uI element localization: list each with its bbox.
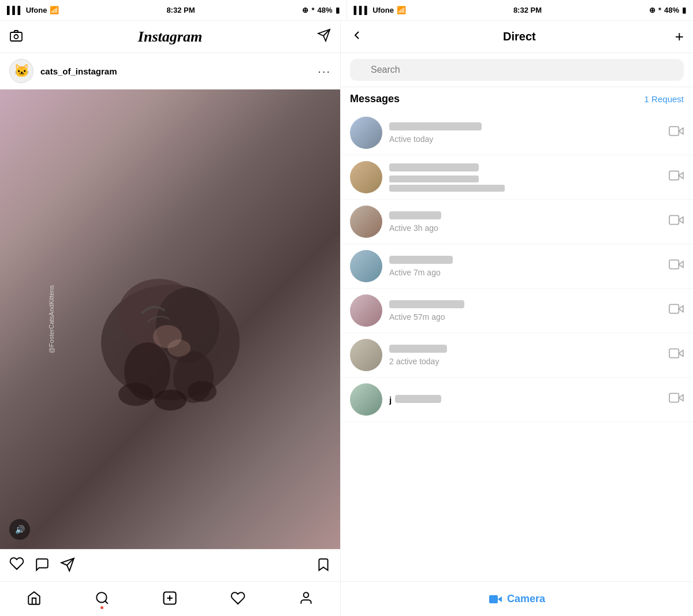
message-avatar-4	[350, 250, 382, 282]
message-avatar-7	[350, 383, 382, 416]
svg-point-13	[167, 339, 191, 357]
svg-line-17	[105, 601, 108, 604]
bt-icon-r: *	[658, 6, 661, 14]
message-avatar-5	[350, 294, 382, 327]
message-item[interactable]: Active 57m ago	[341, 289, 693, 333]
message-list: Active today	[341, 111, 693, 581]
message-name-3	[389, 211, 441, 219]
message-avatar-2	[350, 161, 382, 193]
nav-dot	[100, 606, 103, 609]
new-message-button[interactable]: +	[675, 28, 684, 46]
message-name-5	[389, 300, 464, 308]
message-name-prefix-7: j	[389, 395, 392, 405]
svg-point-10	[154, 390, 187, 410]
message-item[interactable]: Active 3h ago	[341, 200, 693, 244]
camera-header-icon[interactable]	[9, 28, 23, 46]
camera-icon-2[interactable]	[669, 168, 684, 186]
request-link[interactable]: 1 Request	[644, 94, 684, 104]
camera-icon-3[interactable]	[669, 212, 684, 231]
message-item[interactable]: j	[341, 378, 693, 422]
status-bar-left: ▌▌▌ Ufone 📶 8:32 PM ⊕ * 48% ▮	[0, 0, 346, 20]
search-bar-container	[341, 53, 693, 87]
svg-rect-0	[10, 32, 22, 41]
share-button[interactable]	[60, 557, 75, 574]
location-icon: ⊕	[302, 6, 308, 14]
carrier-right: ▌▌▌ Ufone 📶	[354, 6, 406, 14]
svg-rect-28	[669, 304, 679, 313]
message-avatar-3	[350, 206, 382, 238]
profile-bar[interactable]: 🐱 cats_of_instagram ···	[0, 53, 340, 89]
message-item[interactable]	[341, 155, 693, 200]
post-image: @FosterCatsAndKittens 🔊	[0, 89, 340, 549]
location-icon-r: ⊕	[649, 6, 655, 14]
message-item[interactable]: Active 7m ago	[341, 244, 693, 289]
camera-label: Camera	[507, 593, 545, 605]
svg-rect-29	[669, 349, 679, 357]
message-name-1	[389, 122, 482, 130]
post-image-content: @FosterCatsAndKittens 🔊	[0, 89, 340, 549]
svg-rect-27	[669, 260, 679, 268]
message-name-7	[395, 395, 441, 403]
message-avatar-6	[350, 339, 382, 371]
search-input[interactable]	[350, 59, 684, 81]
message-info-2	[389, 163, 662, 192]
message-status-6: 2 active today	[389, 357, 662, 366]
message-info-4: Active 7m ago	[389, 256, 662, 277]
direct-title: Direct	[373, 30, 666, 43]
nav-home[interactable]	[0, 582, 68, 614]
battery-left: ⊕ * 48% ▮	[302, 6, 339, 14]
message-name-2	[389, 163, 479, 171]
camera-icon-1[interactable]	[669, 124, 684, 142]
more-options-icon[interactable]: ···	[318, 65, 331, 78]
ig-header: Instagram	[0, 21, 340, 53]
bottom-nav	[0, 581, 340, 616]
message-item[interactable]: Active today	[341, 111, 693, 155]
svg-rect-25	[669, 171, 679, 180]
svg-rect-24	[669, 126, 679, 135]
signal-icon-r: ▌▌▌	[354, 6, 370, 14]
nav-activity[interactable]	[204, 582, 272, 614]
time-left: 8:32 PM	[166, 6, 195, 14]
battery-icon-r: ▮	[682, 6, 686, 14]
search-wrapper	[350, 59, 684, 81]
paper-plane-icon[interactable]	[317, 28, 331, 46]
svg-rect-30	[669, 393, 679, 402]
direct-header: Direct +	[341, 21, 693, 53]
battery-icon: ▮	[336, 6, 340, 14]
save-button[interactable]	[316, 557, 331, 574]
svg-rect-31	[489, 595, 498, 603]
camera-icon-7[interactable]	[669, 390, 684, 409]
message-status-3: Active 3h ago	[389, 223, 662, 233]
sound-button[interactable]: 🔊	[9, 519, 30, 540]
camera-icon-5[interactable]	[669, 301, 684, 320]
message-item[interactable]: 2 active today	[341, 333, 693, 378]
messages-title: Messages	[350, 93, 400, 105]
kitten-silhouette	[78, 210, 263, 429]
time-right: 8:32 PM	[513, 6, 542, 14]
nav-search[interactable]	[68, 582, 136, 614]
message-status-2	[389, 176, 662, 192]
camera-icon-6[interactable]	[669, 346, 684, 364]
profile-avatar: 🐱	[9, 59, 33, 83]
camera-button[interactable]: Camera	[489, 592, 545, 606]
profile-name: cats_of_instagram	[40, 66, 311, 76]
message-status-1: Active today	[389, 135, 662, 144]
message-status-5: Active 57m ago	[389, 312, 662, 322]
bt-icon: *	[311, 6, 314, 14]
nav-add[interactable]	[136, 582, 204, 614]
battery-right: ⊕ * 48% ▮	[649, 6, 686, 14]
message-info-5: Active 57m ago	[389, 300, 662, 322]
back-button[interactable]	[350, 28, 364, 46]
messages-header: Messages 1 Request	[341, 87, 693, 111]
svg-point-11	[188, 381, 217, 402]
like-button[interactable]	[9, 556, 24, 575]
signal-icon: ▌▌▌	[7, 6, 23, 14]
main-content: Instagram 🐱 cats_of_instagram ···	[0, 21, 693, 616]
nav-profile[interactable]	[272, 582, 340, 614]
left-panel: Instagram 🐱 cats_of_instagram ···	[0, 21, 341, 616]
status-bar: ▌▌▌ Ufone 📶 8:32 PM ⊕ * 48% ▮ ▌▌▌ Ufone …	[0, 0, 693, 21]
comment-button[interactable]	[35, 557, 50, 574]
message-avatar-1	[350, 117, 382, 149]
camera-icon-4[interactable]	[669, 257, 684, 275]
ig-header-icons	[317, 28, 331, 46]
